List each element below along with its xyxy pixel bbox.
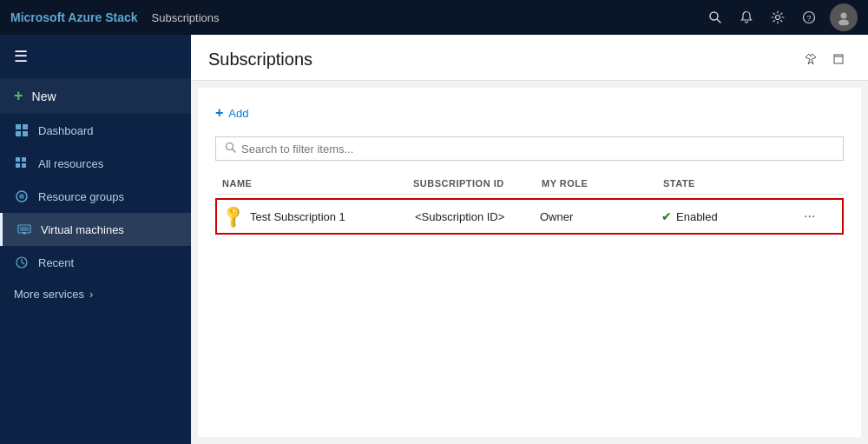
sidebar: ☰ + New Dashboard: [0, 35, 191, 444]
brand-title: Microsoft Azure Stack: [10, 10, 138, 24]
settings-icon-btn[interactable]: [764, 3, 792, 31]
svg-rect-10: [23, 131, 28, 136]
state-cell: ✔ Enabled: [661, 209, 800, 223]
row-name-cell: 🔑 Test Subscription 1: [224, 207, 415, 226]
svg-text:?: ?: [807, 14, 812, 23]
add-label: Add: [228, 107, 248, 120]
header-actions: [799, 47, 851, 71]
svg-rect-7: [16, 124, 21, 129]
dashboard-label: Dashboard: [38, 124, 94, 137]
svg-rect-18: [20, 227, 29, 231]
all-resources-label: All resources: [38, 157, 103, 170]
sidebar-item-dashboard[interactable]: Dashboard: [0, 114, 191, 147]
subscription-name: Test Subscription 1: [250, 210, 345, 223]
col-sub-id: SUBSCRIPTION ID: [413, 178, 542, 189]
svg-rect-13: [16, 163, 20, 168]
topbar-icons: ?: [701, 3, 858, 31]
minimize-button[interactable]: [826, 47, 851, 71]
notifications-icon-btn[interactable]: [733, 3, 760, 31]
content-header: Subscriptions: [191, 35, 868, 81]
more-services-link[interactable]: More services ›: [0, 279, 191, 309]
col-state: STATE: [663, 178, 802, 189]
svg-line-1: [718, 20, 721, 23]
svg-point-5: [841, 13, 847, 19]
search-input[interactable]: [241, 142, 834, 156]
recent-icon: [14, 255, 30, 270]
col-role: MY ROLE: [542, 178, 663, 189]
new-label: New: [32, 89, 56, 103]
table-header: NAME SUBSCRIPTION ID MY ROLE STATE: [215, 173, 844, 195]
svg-rect-8: [23, 124, 28, 129]
role-cell: Owner: [540, 210, 661, 223]
svg-point-16: [19, 194, 24, 199]
svg-rect-9: [16, 131, 21, 136]
svg-rect-12: [22, 157, 26, 162]
resource-groups-icon: [14, 189, 30, 204]
svg-point-24: [227, 143, 233, 150]
col-name: NAME: [222, 178, 413, 189]
virtual-machines-label: Virtual machines: [41, 223, 124, 236]
search-icon: [225, 142, 236, 156]
state-label: Enabled: [676, 210, 718, 223]
page-title: Subscriptions: [208, 50, 312, 70]
dashboard-icon: [14, 123, 30, 138]
sidebar-item-new[interactable]: + New: [0, 78, 191, 114]
resource-groups-label: Resource groups: [38, 190, 124, 203]
search-icon-btn[interactable]: [701, 3, 729, 31]
svg-rect-14: [22, 163, 26, 168]
pin-button[interactable]: [799, 47, 823, 71]
sidebar-top: ☰: [0, 35, 191, 78]
recent-label: Recent: [38, 256, 74, 269]
more-services-chevron: ›: [89, 288, 93, 301]
user-avatar[interactable]: [830, 3, 858, 31]
sidebar-item-all-resources[interactable]: All resources: [0, 147, 191, 180]
col-actions: [802, 178, 837, 189]
topbar: Microsoft Azure Stack Subscriptions ?: [0, 0, 868, 35]
virtual-machines-icon: [16, 222, 32, 237]
subscription-id-cell: <Subscription ID>: [415, 210, 540, 223]
add-button[interactable]: + Add: [215, 102, 844, 124]
sidebar-item-recent[interactable]: Recent: [0, 246, 191, 279]
add-plus-icon: +: [215, 105, 223, 121]
svg-point-0: [710, 12, 718, 20]
content-body: + Add NAME SUBSCRIPTION ID MY ROLE STATE: [198, 88, 861, 437]
row-more-button[interactable]: ···: [800, 207, 835, 226]
svg-point-6: [838, 20, 849, 26]
svg-rect-11: [16, 157, 20, 162]
svg-line-25: [233, 149, 235, 152]
hamburger-button[interactable]: ☰: [10, 43, 31, 70]
sidebar-item-resource-groups[interactable]: Resource groups: [0, 180, 191, 213]
all-resources-icon: [14, 156, 30, 171]
enabled-check-icon: ✔: [661, 209, 672, 223]
main-layout: ☰ + New Dashboard: [0, 35, 868, 444]
sidebar-item-virtual-machines[interactable]: Virtual machines: [0, 213, 191, 246]
help-icon-btn[interactable]: ?: [795, 3, 823, 31]
content-area: Subscriptions + Add: [191, 35, 868, 444]
new-plus-icon: +: [14, 87, 23, 105]
subscriptions-table: NAME SUBSCRIPTION ID MY ROLE STATE 🔑 Tes…: [215, 173, 844, 235]
subscription-key-icon: 🔑: [220, 202, 247, 229]
topbar-breadcrumb: Subscriptions: [152, 11, 701, 24]
search-bar: [215, 136, 844, 161]
svg-point-2: [776, 16, 780, 20]
table-row[interactable]: 🔑 Test Subscription 1 <Subscription ID> …: [215, 198, 844, 235]
more-services-label: More services: [14, 288, 84, 301]
